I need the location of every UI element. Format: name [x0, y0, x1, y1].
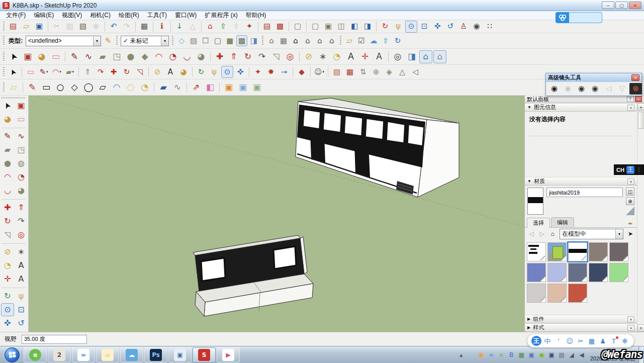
start-button[interactable]: [5, 347, 20, 362]
arc-tool[interactable]: ◠: [152, 50, 165, 63]
pie-large[interactable]: ◔: [15, 170, 28, 184]
style-back-edges-button[interactable]: ▨: [188, 35, 199, 46]
model-upload-button[interactable]: ⇧: [380, 35, 391, 46]
box-plugin-green[interactable]: ▣: [250, 81, 263, 94]
pan-large[interactable]: ψ: [15, 290, 28, 303]
toolbar-grip[interactable]: [3, 52, 5, 62]
material-swatch-color-light-gray[interactable]: [527, 284, 546, 303]
follow-me-large[interactable]: ↷: [15, 215, 28, 228]
push-pull-large[interactable]: ⇑: [15, 201, 28, 214]
sandbox-add-detail[interactable]: △: [396, 66, 408, 78]
circle-red-large[interactable]: ◍: [15, 157, 28, 170]
tray-blue-circles[interactable]: ∞: [487, 350, 496, 359]
tab-edit[interactable]: 编辑: [551, 217, 574, 227]
act-palette-close-button[interactable]: ×: [631, 74, 639, 81]
section-display-toggle[interactable]: ⌂: [419, 50, 432, 63]
style-shaded-textures-button[interactable]: ▩: [236, 35, 247, 46]
select-tool-2[interactable]: ➤: [7, 66, 19, 78]
dropdown-arrow-icon[interactable]: ▾: [46, 70, 48, 74]
toolbar-grip[interactable]: [3, 36, 5, 46]
taskbar-360-browser[interactable]: e: [24, 347, 47, 362]
style-monochrome-button[interactable]: ◨: [248, 35, 259, 46]
polygon-tool[interactable]: ◆: [138, 50, 151, 63]
save-button[interactable]: ▣: [33, 21, 45, 33]
modeling-canvas[interactable]: [29, 96, 524, 332]
surface-arc-tool[interactable]: ◠: [110, 81, 123, 94]
act-unlock-camera[interactable]: ◉: [589, 83, 601, 95]
protractor-tool[interactable]: ◔: [330, 50, 343, 63]
two-point-arc-large[interactable]: ◡: [1, 184, 14, 197]
menu-draw[interactable]: 绘图(R): [115, 11, 143, 20]
scale-tool[interactable]: ◹: [269, 50, 283, 63]
ime-emoji[interactable]: ☺: [565, 336, 575, 346]
zoom-large[interactable]: ⊙: [1, 303, 14, 316]
threed-text-large[interactable]: A: [15, 273, 28, 286]
rotated-rectangle-large[interactable]: ◳: [15, 143, 28, 156]
section-fill-toggle[interactable]: ◨: [405, 50, 418, 63]
toolbar-grip[interactable]: [116, 36, 118, 46]
library-folder-button[interactable]: ▱: [344, 35, 355, 46]
style-hidden-line-button[interactable]: ▢: [212, 35, 223, 46]
menu-file[interactable]: 文件(F): [2, 11, 30, 20]
taskbar-photo-app[interactable]: 2: [48, 347, 71, 362]
plugin-box-tool-5[interactable]: ◨: [361, 21, 374, 33]
dropdown-arrow-icon[interactable]: ▾: [323, 70, 325, 74]
model-info-button[interactable]: ℹ: [156, 21, 168, 33]
sandbox-from-scratch[interactable]: ▦: [344, 66, 356, 78]
modeling-viewport[interactable]: [29, 96, 524, 332]
make-component-button[interactable]: ▣: [21, 50, 34, 63]
view-right-button[interactable]: ⌂: [302, 35, 313, 46]
toolbar-grip[interactable]: [3, 82, 5, 93]
material-swatch-color-light-green[interactable]: [609, 263, 628, 282]
scroll-down-icon[interactable]: ▼: [637, 324, 644, 332]
language-bar-options-icon[interactable]: ⋮: [636, 167, 641, 172]
extension-warehouse-button[interactable]: ✦: [243, 21, 255, 33]
taskbar-remote-desktop[interactable]: ▣: [168, 347, 192, 362]
zoom-tool-2[interactable]: ⊙: [221, 66, 233, 78]
text-tool[interactable]: A: [344, 50, 357, 63]
surface-circle-dashed-tool[interactable]: ◌: [124, 81, 137, 94]
view-left-button[interactable]: ⌂: [326, 35, 337, 46]
home-icon[interactable]: ⌂: [548, 229, 557, 238]
scrollbar-thumb[interactable]: [638, 112, 644, 129]
ime-clipboard[interactable]: ✂: [576, 336, 586, 346]
undo-button[interactable]: ↶: [108, 21, 120, 33]
seat-model[interactable]: [193, 235, 313, 316]
material-swatch-color-navy[interactable]: [589, 263, 608, 282]
toolbar-grip[interactable]: [340, 36, 341, 46]
filled-pie-large[interactable]: ◕: [15, 184, 28, 197]
rectangle-tool[interactable]: ▰: [96, 50, 109, 63]
line-large[interactable]: ✎: [1, 130, 14, 143]
pan-tool-2[interactable]: ψ: [208, 66, 220, 78]
walk-tool[interactable]: ∷: [484, 21, 496, 33]
dropdown-arrow-icon[interactable]: ▾: [93, 36, 101, 46]
open-button[interactable]: ▱: [20, 21, 32, 33]
toolbar-grip[interactable]: [172, 36, 173, 46]
tray-screenshot[interactable]: ▣: [477, 350, 486, 359]
orbit-tool-2[interactable]: ↻: [195, 66, 207, 78]
menu-window[interactable]: 窗口(W): [171, 11, 201, 20]
zoom-extents-large[interactable]: ✜: [1, 317, 14, 330]
scale-tool-2[interactable]: ◹: [134, 66, 146, 78]
taskbar-video-app[interactable]: ▶: [217, 347, 240, 362]
classifier-edit-button[interactable]: ✎: [103, 35, 114, 46]
box-plugin-orange[interactable]: ▣: [222, 81, 235, 94]
ime-settings[interactable]: ✻: [620, 336, 630, 346]
position-camera-tool[interactable]: ♙: [457, 21, 470, 33]
view-top-button[interactable]: ▦: [278, 35, 289, 46]
eraser-tool-2[interactable]: ▭: [25, 66, 37, 78]
tray-expand[interactable]: ▴: [457, 350, 466, 359]
person-scale-button[interactable]: ☺▾: [313, 66, 325, 78]
style-xray-button[interactable]: ◇: [176, 35, 187, 46]
taskbar-blue-circles-app[interactable]: ∞: [72, 347, 95, 362]
zoom-tool[interactable]: ⊙: [405, 21, 417, 33]
language-bar[interactable]: CH 王 ⋮: [614, 164, 644, 175]
tape-measure-large[interactable]: ⊘: [1, 245, 14, 258]
components-header[interactable]: ▶ 组件 ×: [525, 315, 637, 323]
joint-push-pull-tool[interactable]: ⇗: [190, 81, 203, 94]
rotate-large[interactable]: ↻: [1, 215, 14, 228]
material-swatch-color-gray-brown[interactable]: [589, 242, 608, 261]
plugin-box-tool-1[interactable]: ▢: [309, 21, 321, 33]
tape-measure-tool-2[interactable]: ⊘: [151, 66, 163, 78]
surface-rectangle-tool[interactable]: ▭: [40, 81, 53, 94]
